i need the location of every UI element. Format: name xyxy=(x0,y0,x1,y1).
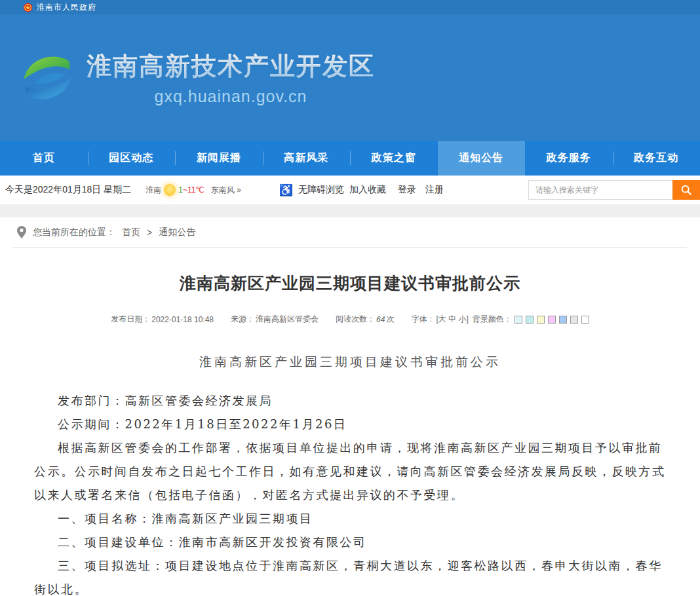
search-icon xyxy=(680,184,692,196)
site-header: 淮南高新技术产业开发区 gxq.huainan.gov.cn xyxy=(0,14,700,141)
current-date-text: 今天是2022年01月18日 星期二 xyxy=(5,184,131,196)
nav-item-4[interactable]: 高新风采 xyxy=(263,141,351,176)
bg-color-swatch[interactable] xyxy=(515,316,522,324)
main-nav: 首页园区动态新闻展播高新风采政策之窗通知公告政务服务政务互动 xyxy=(0,141,700,176)
bg-color-swatch[interactable] xyxy=(537,316,545,324)
site-title-block: 淮南高新技术产业开发区 gxq.huainan.gov.cn xyxy=(87,50,375,106)
auth-links: 登录 注册 xyxy=(398,184,444,196)
bg-color-swatch[interactable] xyxy=(581,316,589,324)
chevron-right-icon: » xyxy=(237,185,241,195)
weather-wind: 东南风 » xyxy=(211,185,241,196)
utility-links: ♿ 无障碍浏览 加入收藏 xyxy=(279,183,386,197)
nav-item-3[interactable]: 新闻展播 xyxy=(175,141,263,176)
bg-color-swatch[interactable] xyxy=(559,316,567,324)
nav-item-1[interactable]: 首页 xyxy=(0,141,88,176)
accessibility-icon: ♿ xyxy=(279,183,293,197)
bg-color-swatch[interactable] xyxy=(548,316,556,324)
nav-item-2[interactable]: 园区动态 xyxy=(88,141,176,176)
article-paragraph: 二、项目建设单位：淮南市高新区开发投资有限公司 xyxy=(34,531,666,554)
breadcrumb: 您当前所在的位置： 首页 > 通知公告 xyxy=(13,217,687,248)
search-bar xyxy=(528,180,700,200)
gov-site-link[interactable]: 淮南市人民政府 xyxy=(37,2,96,13)
bg-color-controls: 背景颜色： xyxy=(473,314,589,325)
nav-item-8[interactable]: 政务互动 xyxy=(613,141,700,176)
weather-city: 淮南 xyxy=(146,185,161,196)
article-subtitle: 淮南高新区产业园三期项目建议书审批前公示 xyxy=(34,354,666,371)
breadcrumb-home-link[interactable]: 首页 xyxy=(122,227,140,238)
add-favorite-link[interactable]: 加入收藏 xyxy=(349,184,386,196)
article-meta: 发布日期：2022-01-18 10:48 来源：淮南高新区管委会 阅读次数：6… xyxy=(34,314,666,325)
article-title: 淮南高新区产业园三期项目建议书审批前公示 xyxy=(34,272,666,294)
site-title: 淮南高新技术产业开发区 xyxy=(87,50,375,83)
article-source: 来源：淮南高新区管委会 xyxy=(231,314,319,325)
breadcrumb-prefix: 您当前所在的位置： xyxy=(33,227,115,238)
site-url: gxq.huainan.gov.cn xyxy=(155,87,307,106)
article-container: 淮南高新区产业园三期项目建议书审批前公示 发布日期：2022-01-18 10:… xyxy=(0,272,700,596)
article-paragraph: 发布部门：高新区管委会经济发展局 xyxy=(34,389,666,413)
bg-color-swatch[interactable] xyxy=(570,316,578,324)
breadcrumb-separator: > xyxy=(147,227,152,238)
national-emblem-icon xyxy=(23,3,33,12)
publish-date: 发布日期：2022-01-18 10:48 xyxy=(111,314,214,325)
site-logo-icon[interactable] xyxy=(16,45,79,111)
nav-item-5[interactable]: 政策之窗 xyxy=(350,141,438,176)
font-size-controls: 字体：[大 中 小] xyxy=(411,314,468,325)
article-paragraph: 公示期间：2022年1月18日至2022年1月26日 xyxy=(34,413,666,436)
login-link[interactable]: 登录 xyxy=(398,184,416,196)
nav-item-6[interactable]: 通知公告 xyxy=(438,141,526,176)
article-paragraph: 三、项目拟选址：项目建设地点位于淮南高新区，青桐大道以东，迎客松路以西，春申大街… xyxy=(34,554,666,596)
view-count: 阅读次数：64次 xyxy=(336,314,394,325)
breadcrumb-current-link[interactable]: 通知公告 xyxy=(159,227,195,238)
article-body: 发布部门：高新区管委会经济发展局公示期间：2022年1月18日至2022年1月2… xyxy=(34,389,666,596)
weather-widget: 淮南 1~11℃ 东南风 » xyxy=(146,184,241,196)
divider-band xyxy=(0,204,700,217)
bg-color-swatches xyxy=(515,316,589,324)
search-input[interactable] xyxy=(528,180,672,200)
search-button[interactable] xyxy=(672,180,700,200)
gov-topbar: 淮南市人民政府 xyxy=(0,0,700,14)
bg-color-swatch[interactable] xyxy=(526,316,534,324)
article-paragraph: 一、项目名称：淮南高新区产业园三期项目 xyxy=(34,507,666,531)
register-link[interactable]: 注册 xyxy=(425,184,444,196)
location-pin-icon xyxy=(17,226,26,238)
article-paragraph: 根据高新区管委会的工作部署，依据项目单位提出的申请，现将淮南高新区产业园三期项目… xyxy=(34,436,666,507)
weather-temp: 1~11℃ xyxy=(178,185,204,195)
font-size-options[interactable]: [大 中 小] xyxy=(436,314,468,325)
nav-item-7[interactable]: 政务服务 xyxy=(525,141,613,176)
accessibility-link[interactable]: 无障碍浏览 xyxy=(298,184,344,196)
sun-icon xyxy=(164,184,176,196)
info-bar: 今天是2022年01月18日 星期二 淮南 1~11℃ 东南风 » ♿ 无障碍浏… xyxy=(0,176,700,204)
